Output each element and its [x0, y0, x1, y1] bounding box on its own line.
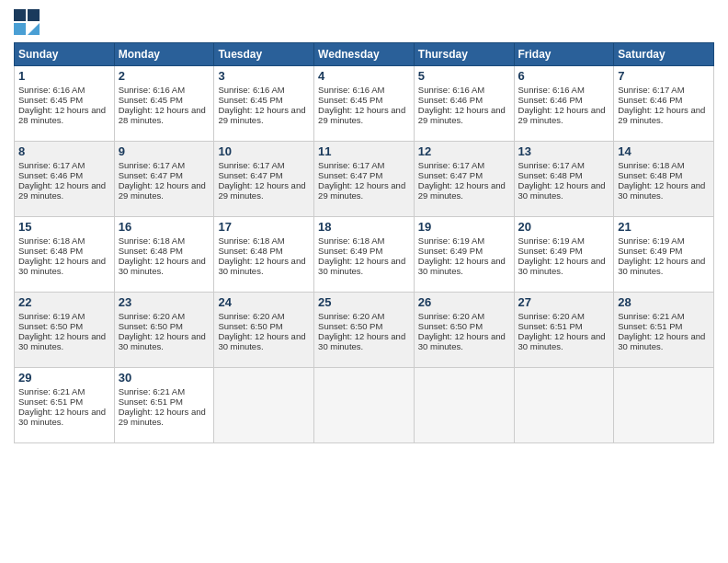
day-number: 11	[318, 144, 410, 158]
sunrise-text: Sunrise: 6:20 AM	[418, 311, 510, 321]
sunset-text: Sunset: 6:46 PM	[418, 95, 510, 105]
daylight-text: Daylight: 12 hours and 29 minutes.	[318, 105, 410, 125]
calendar-cell	[414, 368, 514, 443]
day-header: Thursday	[414, 43, 514, 66]
calendar-week-row: 22Sunrise: 6:19 AMSunset: 6:50 PMDayligh…	[15, 293, 714, 368]
daylight-text: Daylight: 12 hours and 29 minutes.	[218, 180, 310, 201]
daylight-text: Daylight: 12 hours and 30 minutes.	[618, 256, 710, 276]
sunset-text: Sunset: 6:46 PM	[518, 95, 610, 105]
calendar-cell: 27Sunrise: 6:20 AMSunset: 6:51 PMDayligh…	[514, 293, 614, 368]
sunrise-text: Sunrise: 6:20 AM	[518, 311, 610, 321]
daylight-text: Daylight: 12 hours and 28 minutes.	[18, 105, 110, 125]
daylight-text: Daylight: 12 hours and 30 minutes.	[518, 256, 610, 276]
sunrise-text: Sunrise: 6:19 AM	[518, 236, 610, 246]
day-number: 25	[318, 295, 410, 309]
sunrise-text: Sunrise: 6:21 AM	[119, 386, 210, 396]
svg-rect-2	[14, 23, 26, 35]
sunset-text: Sunset: 6:48 PM	[218, 246, 310, 256]
sunset-text: Sunset: 6:46 PM	[18, 170, 110, 180]
calendar-cell: 8Sunrise: 6:17 AMSunset: 6:46 PMDaylight…	[15, 142, 115, 217]
sunrise-text: Sunrise: 6:16 AM	[218, 85, 310, 95]
daylight-text: Daylight: 12 hours and 29 minutes.	[418, 105, 510, 125]
calendar-cell	[314, 368, 415, 443]
day-number: 2	[119, 69, 210, 83]
calendar-cell: 14Sunrise: 6:18 AMSunset: 6:48 PMDayligh…	[614, 142, 714, 217]
sunrise-text: Sunrise: 6:16 AM	[119, 85, 210, 95]
sunrise-text: Sunrise: 6:17 AM	[218, 160, 310, 170]
calendar-cell: 21Sunrise: 6:19 AMSunset: 6:49 PMDayligh…	[614, 217, 714, 293]
day-header: Tuesday	[214, 43, 314, 66]
daylight-text: Daylight: 12 hours and 30 minutes.	[318, 331, 410, 351]
calendar-cell: 20Sunrise: 6:19 AMSunset: 6:49 PMDayligh…	[514, 217, 614, 293]
day-header: Wednesday	[314, 43, 415, 66]
daylight-text: Daylight: 12 hours and 29 minutes.	[318, 180, 410, 201]
calendar-cell: 13Sunrise: 6:17 AMSunset: 6:48 PMDayligh…	[514, 142, 614, 217]
sunset-text: Sunset: 6:49 PM	[518, 246, 610, 256]
sunset-text: Sunset: 6:48 PM	[518, 170, 610, 180]
calendar-week-row: 29Sunrise: 6:21 AMSunset: 6:51 PMDayligh…	[15, 368, 714, 443]
sunset-text: Sunset: 6:47 PM	[119, 170, 210, 180]
sunset-text: Sunset: 6:45 PM	[318, 95, 410, 105]
sunset-text: Sunset: 6:50 PM	[318, 321, 410, 331]
sunset-text: Sunset: 6:45 PM	[218, 95, 310, 105]
day-number: 14	[618, 144, 710, 158]
calendar-cell: 17Sunrise: 6:18 AMSunset: 6:48 PMDayligh…	[214, 217, 314, 293]
calendar-cell: 3Sunrise: 6:16 AMSunset: 6:45 PMDaylight…	[214, 66, 314, 142]
day-number: 28	[618, 295, 710, 309]
daylight-text: Daylight: 12 hours and 29 minutes.	[119, 407, 210, 427]
day-number: 6	[518, 69, 610, 83]
sunset-text: Sunset: 6:49 PM	[318, 246, 410, 256]
logo	[14, 9, 41, 35]
daylight-text: Daylight: 12 hours and 29 minutes.	[618, 105, 710, 125]
daylight-text: Daylight: 12 hours and 30 minutes.	[418, 331, 510, 351]
day-number: 26	[418, 295, 510, 309]
page: SundayMondayTuesdayWednesdayThursdayFrid…	[0, 0, 728, 563]
day-header: Friday	[514, 43, 614, 66]
sunrise-text: Sunrise: 6:19 AM	[418, 236, 510, 246]
day-number: 9	[119, 144, 210, 158]
daylight-text: Daylight: 12 hours and 29 minutes.	[418, 180, 510, 201]
day-number: 23	[119, 295, 210, 309]
calendar-cell: 28Sunrise: 6:21 AMSunset: 6:51 PMDayligh…	[614, 293, 714, 368]
sunrise-text: Sunrise: 6:17 AM	[119, 160, 210, 170]
calendar-cell: 15Sunrise: 6:18 AMSunset: 6:48 PMDayligh…	[15, 217, 115, 293]
calendar-cell: 7Sunrise: 6:17 AMSunset: 6:46 PMDaylight…	[614, 66, 714, 142]
calendar-cell: 5Sunrise: 6:16 AMSunset: 6:46 PMDaylight…	[414, 66, 514, 142]
sunset-text: Sunset: 6:51 PM	[518, 321, 610, 331]
sunrise-text: Sunrise: 6:18 AM	[218, 236, 310, 246]
sunrise-text: Sunrise: 6:20 AM	[318, 311, 410, 321]
calendar-week-row: 1Sunrise: 6:16 AMSunset: 6:45 PMDaylight…	[15, 66, 714, 142]
sunset-text: Sunset: 6:51 PM	[618, 321, 710, 331]
daylight-text: Daylight: 12 hours and 29 minutes.	[119, 180, 210, 201]
sunrise-text: Sunrise: 6:17 AM	[18, 160, 110, 170]
day-number: 16	[119, 220, 210, 234]
daylight-text: Daylight: 12 hours and 30 minutes.	[218, 331, 310, 351]
sunrise-text: Sunrise: 6:18 AM	[618, 160, 710, 170]
svg-marker-3	[28, 23, 40, 35]
daylight-text: Daylight: 12 hours and 30 minutes.	[318, 256, 410, 276]
daylight-text: Daylight: 12 hours and 29 minutes.	[518, 105, 610, 125]
sunset-text: Sunset: 6:46 PM	[618, 95, 710, 105]
calendar-cell: 30Sunrise: 6:21 AMSunset: 6:51 PMDayligh…	[114, 368, 214, 443]
sunset-text: Sunset: 6:47 PM	[418, 170, 510, 180]
calendar-cell: 4Sunrise: 6:16 AMSunset: 6:45 PMDaylight…	[314, 66, 415, 142]
day-number: 5	[418, 69, 510, 83]
sunrise-text: Sunrise: 6:17 AM	[418, 160, 510, 170]
calendar-cell: 25Sunrise: 6:20 AMSunset: 6:50 PMDayligh…	[314, 293, 415, 368]
sunrise-text: Sunrise: 6:16 AM	[518, 85, 610, 95]
day-number: 13	[518, 144, 610, 158]
sunrise-text: Sunrise: 6:21 AM	[618, 311, 710, 321]
sunrise-text: Sunrise: 6:18 AM	[119, 236, 210, 246]
day-number: 18	[318, 220, 410, 234]
calendar-cell: 2Sunrise: 6:16 AMSunset: 6:45 PMDaylight…	[114, 66, 214, 142]
sunset-text: Sunset: 6:45 PM	[18, 95, 110, 105]
daylight-text: Daylight: 12 hours and 30 minutes.	[119, 331, 210, 351]
day-number: 10	[218, 144, 310, 158]
calendar: SundayMondayTuesdayWednesdayThursdayFrid…	[14, 42, 714, 443]
calendar-cell	[514, 368, 614, 443]
sunrise-text: Sunrise: 6:17 AM	[618, 85, 710, 95]
sunset-text: Sunset: 6:50 PM	[418, 321, 510, 331]
calendar-cell: 19Sunrise: 6:19 AMSunset: 6:49 PMDayligh…	[414, 217, 514, 293]
sunrise-text: Sunrise: 6:19 AM	[618, 236, 710, 246]
day-number: 12	[418, 144, 510, 158]
